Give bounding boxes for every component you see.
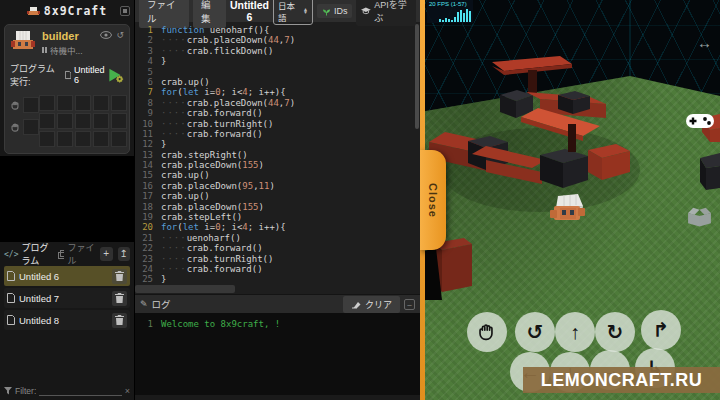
line-number: 12 [135, 139, 161, 149]
ids-button[interactable]: IDs [317, 4, 353, 18]
inventory-slot[interactable] [93, 95, 109, 111]
eye-icon[interactable] [100, 31, 112, 39]
code-line: 23····crab.turnRight() [135, 254, 420, 264]
box-icon[interactable] [686, 203, 713, 229]
rotate-ccw-button[interactable]: ↺ [515, 312, 555, 352]
code-line: 25} [135, 274, 420, 284]
run-program-button[interactable] [107, 66, 124, 85]
line-number: 16 [135, 181, 161, 191]
line-number: 24 [135, 264, 161, 274]
clear-filter-icon[interactable]: × [125, 386, 130, 396]
file-name: Untitled 8 [19, 315, 59, 326]
inventory-slot[interactable] [57, 113, 73, 129]
pause-icon [42, 47, 47, 53]
close-panel-tab[interactable]: Close [420, 150, 446, 250]
run-label: プログラム実行: [10, 62, 62, 88]
editor-title: Untitled 6 [230, 0, 269, 23]
inventory-slot[interactable] [111, 113, 127, 129]
trash-icon[interactable] [112, 313, 127, 328]
line-number: 10 [135, 119, 161, 129]
editor-vscrollbar[interactable] [415, 24, 419, 129]
code-line: 9····crab.forward() [135, 108, 420, 118]
tab-file[interactable]: ファイル [58, 241, 95, 267]
line-number: 21 [135, 233, 161, 243]
inventory-slot[interactable] [57, 95, 73, 111]
inventory-slot[interactable] [39, 113, 55, 129]
inventory-slot[interactable] [93, 131, 109, 147]
sidebar-collapse-icon[interactable] [120, 6, 130, 16]
inventory-slot[interactable] [57, 131, 73, 147]
inventory-slot[interactable] [39, 131, 55, 147]
fps-panel: 20 FPS (1-57) [427, 0, 473, 23]
code-line: 22····crab.forward() [135, 243, 420, 253]
file-list: Untitled 6Untitled 7Untitled 8 [4, 266, 130, 332]
line-number: 13 [135, 150, 161, 160]
clear-log-button[interactable]: クリア [343, 296, 400, 313]
editor-header: ファイル 編集 Untitled 6 日本語 ▲▼ IDs APIを学ぶ [135, 0, 420, 22]
line-number: 2 [135, 35, 161, 45]
file-item[interactable]: Untitled 7 [4, 288, 130, 308]
line-number: 19 [135, 212, 161, 222]
line-number: 15 [135, 170, 161, 180]
hand-icon [10, 100, 21, 111]
code-line: 15crab.up() [135, 170, 420, 180]
file-item[interactable]: Untitled 8 [4, 310, 130, 330]
move-up-button[interactable]: ↑ [555, 312, 595, 352]
trash-icon[interactable] [112, 291, 127, 306]
game-viewport[interactable]: Close 20 FPS (1-57) ↔ ↺↑↻↱←↓→↳ LEMONCRAF… [420, 0, 720, 400]
code-line: 24····crab.forward() [135, 264, 420, 274]
code-line: 3····crab.flickDown() [135, 46, 420, 56]
sidebar: 8x9Craft builder 待機中... [0, 0, 135, 400]
editor-hscrollbar[interactable] [135, 285, 235, 293]
trash-icon[interactable] [112, 269, 127, 284]
document-icon [65, 70, 71, 80]
logo-bar: 8x9Craft [0, 0, 134, 22]
code-line: 19crab.stepLeft() [135, 212, 420, 222]
resize-horizontal-icon[interactable]: ↔ [697, 34, 712, 51]
code-line: 2····crab.placeDown(44,7) [135, 35, 420, 45]
inventory-slot[interactable] [93, 113, 109, 129]
reset-icon[interactable]: ↺ [116, 30, 124, 40]
turn-up-button[interactable]: ↱ [641, 310, 681, 350]
line-number: 17 [135, 191, 161, 201]
add-file-button[interactable]: + [100, 247, 112, 261]
code-line: 12} [135, 139, 420, 149]
filter-label: Filter: [15, 386, 36, 396]
code-line: 1function uenoharf(){ [135, 25, 420, 35]
tab-program[interactable]: </> プログラム [4, 241, 53, 267]
document-icon [7, 315, 15, 325]
code-line: 17crab.up() [135, 191, 420, 201]
line-number: 3 [135, 46, 161, 56]
log-footer [135, 395, 420, 400]
run-file-name: Untitled 6 [74, 65, 105, 85]
select-arrows-icon: ▲▼ [303, 8, 308, 15]
builder-card: builder 待機中... ↺ プログラム実行: Untitled 6 [4, 24, 130, 154]
file-item[interactable]: Untitled 6 [4, 266, 130, 286]
inventory-slot[interactable] [23, 97, 39, 113]
fps-counter: 20 FPS (1-57) [427, 0, 473, 7]
inventory-slot[interactable] [39, 95, 55, 111]
crab-logo-icon [27, 7, 40, 16]
rotate-cw-button[interactable]: ↻ [595, 312, 635, 352]
code-line: 7for(let i=0; i<4; i++){ [135, 87, 420, 97]
log-entry: 1Welcome to 8x9craft, ! [135, 319, 420, 329]
inventory-slot[interactable] [75, 113, 91, 129]
gamepad-icon[interactable] [685, 110, 715, 132]
line-number: 23 [135, 254, 161, 264]
inventory-slot[interactable] [111, 131, 127, 147]
upload-file-button[interactable]: ↥ [118, 247, 130, 261]
log-edit-icon: ✎ [140, 299, 148, 309]
inventory-slot[interactable] [75, 95, 91, 111]
inventory-slot[interactable] [75, 131, 91, 147]
log-collapse-icon[interactable]: – [404, 299, 415, 310]
inventory-slot[interactable] [111, 95, 127, 111]
log-label: ログ [152, 297, 171, 311]
inventory-slot[interactable] [23, 119, 39, 135]
line-number: 8 [135, 98, 161, 108]
filter-input[interactable] [39, 387, 121, 396]
grab-button[interactable] [467, 312, 507, 352]
app-root: 8x9Craft builder 待機中... [0, 0, 720, 400]
code-editor[interactable]: 1function uenoharf(){2····crab.placeDown… [135, 22, 420, 294]
watermark-banner: LEMONCRAFT.RU [523, 367, 720, 393]
close-label: Close [427, 183, 439, 218]
